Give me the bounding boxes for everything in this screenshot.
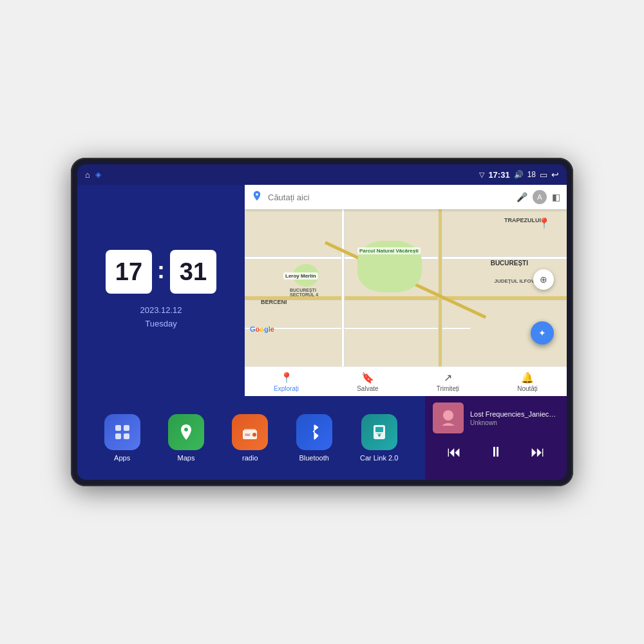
news-icon: 🔔 xyxy=(521,372,534,384)
maps-label: Maps xyxy=(178,454,195,462)
apps-panel: Apps Maps xyxy=(77,396,425,480)
bluetooth-label: Bluetooth xyxy=(299,454,328,462)
clock-date: 2023.12.12 xyxy=(140,304,182,317)
radio-label: radio xyxy=(242,454,258,462)
music-artist: Unknown xyxy=(470,419,559,426)
bottom-section: Apps Maps xyxy=(77,396,567,480)
device-screen: ⌂ ◈ ▽ 17:31 🔊 18 ▭ ↩ 17 : xyxy=(77,164,567,480)
svg-rect-12 xyxy=(377,433,382,434)
svg-rect-1 xyxy=(124,425,129,431)
map-bottom-nav: 📍 Explorați 🔖 Salvate ↗ Trimiteți 🔔 xyxy=(245,366,567,396)
carlink-icon xyxy=(361,414,397,450)
map-label-bucuresti: BUCUREȘTI xyxy=(491,260,528,267)
battery-icon: ▭ xyxy=(540,170,547,180)
map-nav-send[interactable]: ↗ Trimiteți xyxy=(437,372,459,392)
status-bar-left: ⌂ ◈ xyxy=(85,170,101,180)
voice-search-icon[interactable]: 🎤 xyxy=(516,192,527,202)
clock-display: 17 : 31 xyxy=(106,250,216,294)
map-nav-explore-label: Explorați xyxy=(274,385,299,392)
layers-icon[interactable]: ◧ xyxy=(552,192,560,202)
map-label-ilfov: JUDEȚUL ILFOV xyxy=(494,278,535,284)
account-icon[interactable]: A xyxy=(533,190,547,204)
map-search-input[interactable] xyxy=(268,193,511,202)
music-title: Lost Frequencies_Janieck Devy-... xyxy=(470,410,559,418)
volume-level: 18 xyxy=(527,170,536,179)
svg-rect-10 xyxy=(375,427,383,432)
explore-icon: 📍 xyxy=(280,372,293,384)
music-thumbnail xyxy=(433,402,464,433)
map-nav-news-label: Noutăți xyxy=(517,385,538,392)
map-label-parc: Parcul Natural Văcărești xyxy=(357,247,421,254)
clock-hours: 17 xyxy=(106,250,152,294)
carlink-label: Car Link 2.0 xyxy=(360,454,398,462)
clock-day: Tuesday xyxy=(140,317,182,331)
back-icon[interactable]: ↩ xyxy=(551,169,559,180)
device-frame: ⌂ ◈ ▽ 17:31 🔊 18 ▭ ↩ 17 : xyxy=(71,158,573,486)
svg-point-11 xyxy=(378,434,381,437)
clock-minutes: 31 xyxy=(170,250,216,294)
bluetooth-icon xyxy=(296,414,332,450)
map-nav-send-label: Trimiteți xyxy=(437,385,459,392)
top-section: 17 : 31 2023.12.12 Tuesday xyxy=(77,185,567,396)
app-item-bluetooth[interactable]: Bluetooth xyxy=(296,414,332,462)
maps-app-icon xyxy=(168,414,204,450)
radio-icon: FM xyxy=(232,414,268,450)
map-label-trapezului: TRAPEZULUI xyxy=(504,217,541,223)
map-search-actions: 🎤 A ◧ xyxy=(516,190,560,204)
saved-icon: 🔖 xyxy=(361,372,374,384)
location-pin-icon: 📍 xyxy=(538,217,551,229)
svg-rect-3 xyxy=(124,433,129,439)
music-info: Lost Frequencies_Janieck Devy-... Unknow… xyxy=(470,410,559,426)
map-search-bar: 🎤 A ◧ xyxy=(245,185,567,209)
svg-rect-0 xyxy=(115,425,121,431)
google-logo: Google xyxy=(250,325,274,333)
apps-label: Apps xyxy=(114,454,130,462)
music-panel: Lost Frequencies_Janieck Devy-... Unknow… xyxy=(425,396,567,480)
map-label-sector4: BUCUREȘTISECTORUL 4 xyxy=(290,288,318,297)
app-item-apps[interactable]: Apps xyxy=(104,414,140,462)
google-maps-logo-icon xyxy=(251,190,263,205)
map-nav-news[interactable]: 🔔 Noutăți xyxy=(517,372,538,392)
svg-text:FM: FM xyxy=(245,433,249,437)
map-body[interactable]: TRAPEZULUI BUCUREȘTI JUDEȚUL ILFOV BERCE… xyxy=(245,209,567,366)
svg-point-6 xyxy=(252,433,256,437)
status-bar-right: ▽ 17:31 🔊 18 ▭ ↩ xyxy=(479,169,559,180)
compass-button[interactable]: ⊕ xyxy=(533,269,554,290)
app-item-radio[interactable]: FM radio xyxy=(232,414,268,462)
volume-icon: 🔊 xyxy=(514,170,524,179)
clock-panel: 17 : 31 2023.12.12 Tuesday xyxy=(77,185,245,396)
music-next-button[interactable]: ⏭ xyxy=(528,441,547,463)
music-controls: ⏮ ⏸ ⏭ xyxy=(433,439,559,466)
navigate-fab[interactable]: ✦ xyxy=(531,321,554,345)
app-item-maps[interactable]: Maps xyxy=(168,414,204,462)
send-icon: ↗ xyxy=(444,372,452,384)
map-panel[interactable]: 🎤 A ◧ xyxy=(245,185,567,396)
music-prev-button[interactable]: ⏮ xyxy=(444,441,464,463)
svg-point-14 xyxy=(443,410,453,421)
clock-date-info: 2023.12.12 Tuesday xyxy=(140,304,182,331)
clock-colon: : xyxy=(157,257,165,284)
map-nav-saved-label: Salvate xyxy=(357,385,378,392)
map-nav-saved[interactable]: 🔖 Salvate xyxy=(357,372,378,392)
time-display: 17:31 xyxy=(488,170,509,180)
apps-icon xyxy=(104,414,140,450)
map-nav-explore[interactable]: 📍 Explorați xyxy=(274,372,299,392)
map-background: TRAPEZULUI BUCUREȘTI JUDEȚUL ILFOV BERCE… xyxy=(245,209,567,366)
app-item-carlink[interactable]: Car Link 2.0 xyxy=(360,414,398,462)
map-label-leroy: Leroy Merlin xyxy=(283,272,318,279)
music-play-button[interactable]: ⏸ xyxy=(486,441,506,463)
home-icon[interactable]: ⌂ xyxy=(85,170,90,180)
signal-icon: ▽ xyxy=(479,171,484,179)
main-content: 17 : 31 2023.12.12 Tuesday xyxy=(77,185,567,480)
status-bar: ⌂ ◈ ▽ 17:31 🔊 18 ▭ ↩ xyxy=(77,164,567,185)
map-label-berceni: BERCENI xyxy=(261,299,287,305)
maps-icon[interactable]: ◈ xyxy=(95,170,101,179)
music-top: Lost Frequencies_Janieck Devy-... Unknow… xyxy=(433,402,559,433)
svg-rect-5 xyxy=(244,429,256,431)
svg-rect-2 xyxy=(115,433,121,439)
